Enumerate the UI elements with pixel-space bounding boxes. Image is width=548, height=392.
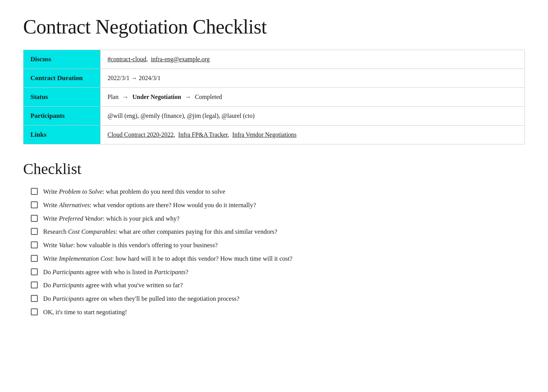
checklist-item-text-8: Do Participants agree with what you've w… bbox=[43, 281, 183, 290]
list-item: Write Value: how valuable is this vendor… bbox=[31, 241, 525, 250]
checklist-item-text-7: Do Participants agree with who is listed… bbox=[43, 268, 188, 277]
list-item: Do Participants agree with what you've w… bbox=[31, 281, 525, 290]
label-contract-duration: Contract Duration bbox=[24, 69, 101, 88]
value-participants: @will (eng), @emily (finance), @jim (leg… bbox=[101, 107, 525, 126]
status-current: Under Negotiation bbox=[132, 94, 181, 100]
label-status: Status bbox=[24, 88, 101, 107]
list-item: Write Problem to Solve: what problem do … bbox=[31, 187, 525, 197]
table-row-discuss: Discuss #contract-cloud, infra-eng@examp… bbox=[24, 50, 525, 69]
checkbox-2[interactable] bbox=[31, 201, 38, 208]
checkbox-7[interactable] bbox=[31, 268, 38, 275]
value-contract-duration: 2022/3/1 → 2024/3/1 bbox=[101, 69, 525, 88]
table-row-participants: Participants @will (eng), @emily (financ… bbox=[24, 107, 525, 126]
checklist-title: Checklist bbox=[23, 160, 525, 178]
checkbox-5[interactable] bbox=[31, 241, 38, 248]
checklist-item-text-2: Write Alternatives: what vendor options … bbox=[43, 201, 256, 210]
checklist-list: Write Problem to Solve: what problem do … bbox=[23, 187, 525, 317]
checklist-item-text-5: Write Value: how valuable is this vendor… bbox=[43, 241, 218, 250]
value-discuss: #contract-cloud, infra-eng@example.org bbox=[101, 50, 525, 69]
label-discuss: Discuss bbox=[24, 50, 101, 69]
list-item: Write Preferred Vendor: which is your pi… bbox=[31, 214, 525, 224]
checkbox-4[interactable] bbox=[31, 228, 38, 235]
page-title: Contract Negotiation Checklist bbox=[23, 15, 525, 38]
checkbox-1[interactable] bbox=[31, 188, 38, 195]
list-item: Do Participants agree with who is listed… bbox=[31, 268, 525, 277]
checklist-item-text-3: Write Preferred Vendor: which is your pi… bbox=[43, 214, 180, 224]
checkbox-10[interactable] bbox=[31, 308, 38, 315]
checklist-item-text-4: Research Cost Comparables: what are othe… bbox=[43, 227, 277, 237]
table-row-status: Status Plan → Under Negotiation → Comple… bbox=[24, 88, 525, 107]
info-table: Discuss #contract-cloud, infra-eng@examp… bbox=[23, 50, 525, 144]
checkbox-3[interactable] bbox=[31, 215, 38, 222]
list-item: Write Alternatives: what vendor options … bbox=[31, 201, 525, 210]
table-row-contract-duration: Contract Duration 2022/3/1 → 2024/3/1 bbox=[24, 69, 525, 88]
checkbox-6[interactable] bbox=[31, 255, 38, 262]
list-item: Write Implementation Cost: how hard will… bbox=[31, 254, 525, 264]
checklist-item-text-9: Do Participants agree on when they'll be… bbox=[43, 294, 239, 304]
link-cloud-contract[interactable]: Cloud Contract 2020-2022 bbox=[108, 131, 174, 138]
value-links: Cloud Contract 2020-2022, Infra FP&A Tra… bbox=[101, 126, 525, 144]
label-links: Links bbox=[24, 126, 101, 144]
list-item: Do Participants agree on when they'll be… bbox=[31, 294, 525, 304]
link-infra-eng[interactable]: infra-eng@example.org bbox=[151, 56, 210, 62]
link-infra-vendor[interactable]: Infra Vendor Negotiations bbox=[232, 131, 297, 138]
list-item: OK, it's time to start negotiating! bbox=[31, 308, 525, 317]
checkbox-9[interactable] bbox=[31, 295, 38, 302]
checklist-item-text-6: Write Implementation Cost: how hard will… bbox=[43, 254, 292, 264]
table-row-links: Links Cloud Contract 2020-2022, Infra FP… bbox=[24, 126, 525, 144]
value-status: Plan → Under Negotiation → Completed bbox=[101, 88, 525, 107]
checkbox-8[interactable] bbox=[31, 281, 38, 288]
checklist-item-text-10: OK, it's time to start negotiating! bbox=[43, 308, 127, 317]
link-infra-fpa[interactable]: Infra FP&A Tracker bbox=[178, 131, 228, 138]
checklist-item-text-1: Write Problem to Solve: what problem do … bbox=[43, 187, 225, 197]
list-item: Research Cost Comparables: what are othe… bbox=[31, 227, 525, 237]
label-participants: Participants bbox=[24, 107, 101, 126]
link-contract-cloud[interactable]: #contract-cloud bbox=[108, 56, 146, 62]
